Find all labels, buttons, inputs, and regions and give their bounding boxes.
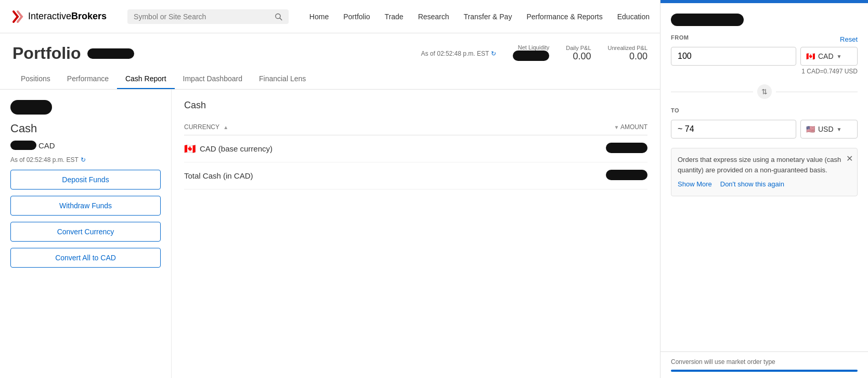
nav-menu: Home Portfolio Trade Research Transfer &… [309,12,650,21]
exchange-rate: 1 CAD=0.7497 USD [671,68,858,75]
top-nav: InteractiveBrokers Home Portfolio Trade … [0,0,660,33]
unrealized-pnl-stat: Unrealized P&L 0.00 [608,45,647,62]
tab-financial-lens[interactable]: Financial Lens [251,69,314,89]
tab-bar: Positions Performance Cash Report Impact… [0,69,660,90]
dont-show-link[interactable]: Don't show this again [720,179,784,190]
info-box-close-button[interactable]: ✕ [846,153,853,165]
nav-trade[interactable]: Trade [385,12,404,21]
account-redacted [87,48,134,59]
cad-amount-cell [499,135,647,162]
from-currency-text: CAD [818,52,834,60]
search-input[interactable] [134,12,270,21]
panel-footer: Conversion will use market order type [660,351,868,378]
amount-column-header[interactable]: ▼ AMOUNT [499,119,647,135]
svg-line-1 [280,18,282,20]
convert-all-to-cad-button[interactable]: Convert All to CAD [10,248,161,268]
cash-section-title: Cash [184,100,647,111]
total-cash-label: Total Cash (in CAD) [184,171,253,180]
cad-flag-from: 🇨🇦 [806,52,815,60]
total-cash-amount-cell [499,162,647,190]
footer-text: Conversion will use market order type [671,358,775,366]
main-content: Cash CURRENCY ▲ ▼ AMOUNT [172,90,660,378]
tab-cash-report[interactable]: Cash Report [117,69,175,89]
net-liquidity-value-redacted [513,51,549,61]
right-panel: FROM Reset 🇨🇦 CAD ▼ 1 CAD=0.7497 USD ⇅ T… [660,0,868,378]
content-area: Cash CAD As of 02:52:48 p.m. EST ↻ Depos… [0,90,660,378]
from-currency-select[interactable]: 🇨🇦 CAD ▼ [800,47,858,66]
divider-line-right [776,92,858,92]
cad-currency-cell: 🇨🇦 CAD (base currency) [184,143,499,155]
panel-content: FROM Reset 🇨🇦 CAD ▼ 1 CAD=0.7497 USD ⇅ T… [660,3,868,351]
tab-performance[interactable]: Performance [59,69,117,89]
from-input-row: 🇨🇦 CAD ▼ [671,47,858,66]
panel-title-redacted [671,14,744,26]
account-number-redacted [10,100,52,115]
cash-amount-redacted [10,141,36,150]
to-currency-chevron-icon: ▼ [837,127,842,132]
sidebar-refresh-icon[interactable]: ↻ [81,156,86,163]
nav-performance-reports[interactable]: Performance & Reports [526,12,602,21]
withdraw-funds-button[interactable]: Withdraw Funds [10,196,161,216]
convert-currency-button[interactable]: Convert Currency [10,222,161,242]
total-cash-cell: Total Cash (in CAD) [184,171,499,180]
currency-sort-icon: ▲ [223,124,228,130]
tab-impact-dashboard[interactable]: Impact Dashboard [175,69,251,89]
portfolio-stats: As of 02:52:48 p.m. EST ↻ Net Liquidity … [421,44,647,62]
refresh-icon[interactable]: ↻ [491,50,496,57]
left-sidebar: Cash CAD As of 02:52:48 p.m. EST ↻ Depos… [0,90,172,378]
nav-education[interactable]: Education [617,12,650,21]
sidebar-timestamp: As of 02:52:48 p.m. EST ↻ [10,156,161,163]
info-links: Show More Don't show this again [678,179,851,190]
table-row: 🇨🇦 CAD (base currency) [184,135,647,162]
daily-pnl-stat: Daily P&L 0.00 [566,45,591,62]
deposit-funds-button[interactable]: Deposit Funds [10,170,161,190]
show-more-link[interactable]: Show More [678,179,712,190]
to-label: TO [671,107,858,114]
portfolio-title-area: Portfolio [12,44,134,63]
cash-currency: CAD [38,141,55,150]
logo[interactable]: InteractiveBrokers [10,9,107,24]
from-amount-input[interactable] [671,47,796,66]
to-currency-text: USD [818,125,834,133]
swap-divider: ⇅ [671,84,858,99]
to-input-row: 🇺🇸 USD ▼ [671,120,858,138]
cash-table: CURRENCY ▲ ▼ AMOUNT 🇨🇦 [184,119,647,190]
search-bar[interactable] [127,9,289,24]
info-message: Orders that express size using a monetar… [678,156,841,174]
swap-icon[interactable]: ⇅ [757,84,772,99]
total-cash-amount-redacted [606,170,647,180]
cash-currency-row: CAD [10,141,161,150]
cad-flag-icon: 🇨🇦 [184,143,196,155]
usd-flag-to: 🇺🇸 [806,125,815,133]
from-label: FROM [671,34,689,41]
search-icon [275,12,282,21]
cad-amount-redacted [606,143,647,153]
logo-text: InteractiveBrokers [28,11,107,22]
tab-positions[interactable]: Positions [12,69,59,89]
cash-label: Cash [10,122,161,135]
nav-transfer-pay[interactable]: Transfer & Pay [464,12,512,21]
divider-line-left [671,92,753,92]
info-box: ✕ Orders that express size using a monet… [671,148,858,196]
nav-portfolio[interactable]: Portfolio [343,12,370,21]
to-currency-select[interactable]: 🇺🇸 USD ▼ [800,120,858,138]
currency-column-header[interactable]: CURRENCY ▲ [184,119,499,135]
net-liquidity-stat: Net Liquidity [513,44,549,62]
from-currency-chevron-icon: ▼ [837,54,842,59]
from-row: FROM Reset [671,34,858,44]
table-row: Total Cash (in CAD) [184,162,647,190]
amount-sort-icon: ▼ [614,124,619,130]
reset-link[interactable]: Reset [840,35,858,43]
timestamp: As of 02:52:48 p.m. EST ↻ [421,50,497,57]
cad-currency-name: CAD (base currency) [200,144,273,153]
portfolio-header: Portfolio As of 02:52:48 p.m. EST ↻ Net … [0,33,660,63]
nav-research[interactable]: Research [418,12,449,21]
portfolio-title: Portfolio [12,44,81,63]
nav-home[interactable]: Home [309,12,329,21]
to-amount-input[interactable] [671,120,796,138]
